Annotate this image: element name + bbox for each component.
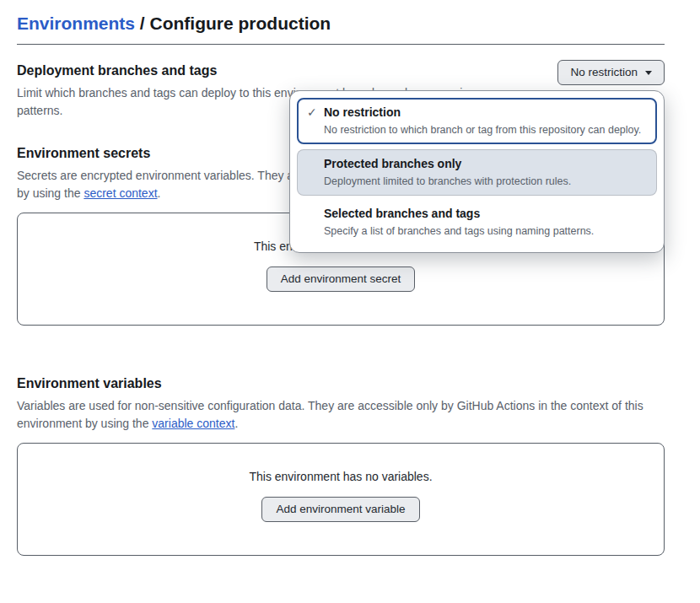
breadcrumb-separator: /	[135, 13, 150, 33]
environments-config-page: Environments / Configure production Depl…	[0, 0, 700, 603]
dropdown-item-title: Protected branches only	[324, 155, 647, 172]
dropdown-item-protected-branches[interactable]: Protected branches only Deployment limit…	[297, 149, 657, 196]
restriction-selector-button[interactable]: No restriction	[557, 60, 665, 85]
variable-context-link[interactable]: variable context	[152, 417, 234, 430]
dropdown-item-title: Selected branches and tags	[324, 205, 647, 222]
dropdown-item-no-restriction[interactable]: ✓ No restriction No restriction to which…	[297, 98, 657, 144]
secret-context-link[interactable]: secret context	[83, 186, 157, 200]
secrets-description-period: .	[158, 186, 161, 200]
page-title: Environments / Configure production	[17, 12, 665, 35]
restriction-dropdown-menu: ✓ No restriction No restriction to which…	[289, 90, 665, 253]
check-icon: ✓	[307, 105, 317, 119]
page-content: Environments / Configure production Depl…	[0, 0, 700, 556]
restriction-selector-label: No restriction	[570, 65, 638, 80]
variables-description-text: Variables are used for non-sensitive con…	[17, 399, 643, 430]
variables-section: Environment variables Variables are used…	[17, 375, 665, 556]
add-environment-secret-button[interactable]: Add environment secret	[267, 267, 416, 292]
triangle-down-icon	[645, 71, 652, 75]
variables-heading: Environment variables	[17, 375, 665, 392]
title-divider	[17, 44, 665, 45]
dropdown-item-title: No restriction	[324, 104, 647, 121]
dropdown-item-description: Specify a list of branches and tags usin…	[324, 223, 647, 239]
variables-empty-message: This environment has no variables.	[18, 468, 664, 486]
deployment-heading: Deployment branches and tags	[17, 62, 523, 79]
variables-empty-box: This environment has no variables. Add e…	[17, 443, 665, 556]
variables-description-period: .	[234, 417, 238, 430]
dropdown-item-description: Deployment limited to branches with prot…	[324, 174, 647, 189]
dropdown-item-description: No restriction to which branch or tag fr…	[324, 122, 647, 137]
breadcrumb-environments-link[interactable]: Environments	[17, 13, 135, 33]
add-environment-variable-button[interactable]: Add environment variable	[261, 497, 419, 522]
variables-description: Variables are used for non-sensitive con…	[17, 397, 665, 433]
page-title-current: Configure production	[150, 13, 331, 33]
dropdown-item-selected-branches[interactable]: Selected branches and tags Specify a lis…	[297, 199, 657, 245]
